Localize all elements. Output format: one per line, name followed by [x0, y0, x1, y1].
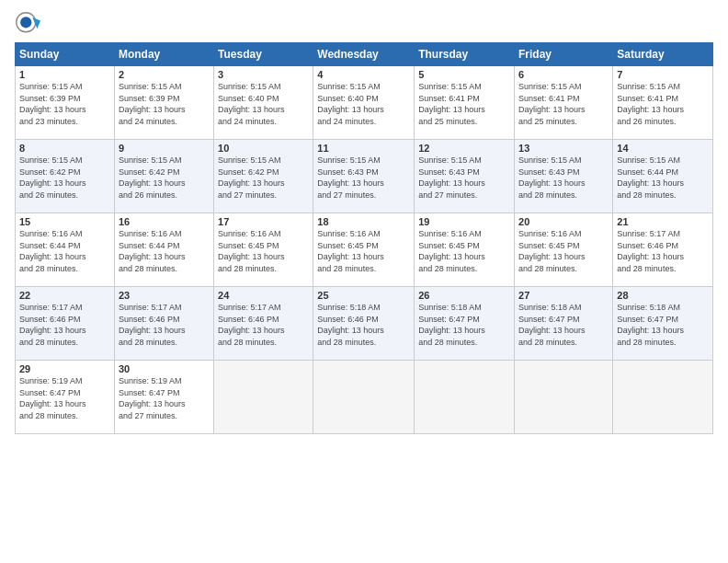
day-info: Sunrise: 5:17 AMSunset: 6:46 PMDaylight:… [19, 302, 110, 348]
day-number: 17 [218, 216, 309, 227]
calendar-header-row: Sunday Monday Tuesday Wednesday Thursday… [16, 43, 713, 66]
day-number: 24 [218, 290, 309, 301]
day-number: 14 [617, 143, 709, 154]
calendar-cell: 22 Sunrise: 5:17 AMSunset: 6:46 PMDaylig… [16, 287, 115, 361]
calendar-cell: 15 Sunrise: 5:16 AMSunset: 6:44 PMDaylig… [16, 213, 115, 287]
day-info: Sunrise: 5:17 AMSunset: 6:46 PMDaylight:… [218, 302, 309, 348]
calendar-cell: 10 Sunrise: 5:15 AMSunset: 6:42 PMDaylig… [214, 140, 313, 213]
calendar-cell: 17 Sunrise: 5:16 AMSunset: 6:45 PMDaylig… [214, 213, 313, 287]
day-number: 6 [518, 69, 609, 80]
day-number: 22 [19, 290, 110, 301]
col-tuesday: Tuesday [214, 43, 313, 66]
calendar-cell: 24 Sunrise: 5:17 AMSunset: 6:46 PMDaylig… [214, 287, 313, 361]
calendar-cell: 21 Sunrise: 5:17 AMSunset: 6:46 PMDaylig… [613, 213, 713, 287]
day-number: 19 [418, 216, 510, 227]
day-info: Sunrise: 5:15 AMSunset: 6:42 PMDaylight:… [218, 155, 309, 201]
day-info: Sunrise: 5:15 AMSunset: 6:40 PMDaylight:… [218, 81, 309, 127]
day-number: 15 [19, 216, 110, 227]
calendar-cell: 18 Sunrise: 5:16 AMSunset: 6:45 PMDaylig… [313, 213, 415, 287]
calendar-cell: 7 Sunrise: 5:15 AMSunset: 6:41 PMDayligh… [613, 66, 713, 140]
day-number: 10 [218, 143, 309, 154]
day-info: Sunrise: 5:15 AMSunset: 6:40 PMDaylight:… [317, 81, 410, 127]
day-number: 4 [317, 69, 410, 80]
calendar-week-row: 22 Sunrise: 5:17 AMSunset: 6:46 PMDaylig… [16, 287, 713, 361]
calendar-cell: 25 Sunrise: 5:18 AMSunset: 6:46 PMDaylig… [313, 287, 415, 361]
calendar-cell: 8 Sunrise: 5:15 AMSunset: 6:42 PMDayligh… [16, 140, 115, 213]
day-info: Sunrise: 5:16 AMSunset: 6:44 PMDaylight:… [119, 228, 210, 274]
day-number: 26 [418, 290, 510, 301]
day-info: Sunrise: 5:18 AMSunset: 6:47 PMDaylight:… [617, 302, 709, 348]
day-number: 2 [119, 69, 210, 80]
calendar-cell: 20 Sunrise: 5:16 AMSunset: 6:45 PMDaylig… [515, 213, 613, 287]
calendar-cell: 12 Sunrise: 5:15 AMSunset: 6:43 PMDaylig… [415, 140, 515, 213]
day-info: Sunrise: 5:15 AMSunset: 6:41 PMDaylight:… [518, 81, 609, 127]
col-friday: Friday [515, 43, 613, 66]
calendar-cell [313, 361, 415, 434]
calendar-week-row: 15 Sunrise: 5:16 AMSunset: 6:44 PMDaylig… [16, 213, 713, 287]
day-info: Sunrise: 5:15 AMSunset: 6:43 PMDaylight:… [418, 155, 510, 201]
svg-point-1 [20, 17, 31, 28]
calendar-cell: 9 Sunrise: 5:15 AMSunset: 6:42 PMDayligh… [114, 140, 213, 213]
logo [15, 11, 44, 37]
day-number: 13 [518, 143, 609, 154]
calendar-cell [515, 361, 613, 434]
day-info: Sunrise: 5:15 AMSunset: 6:41 PMDaylight:… [617, 81, 709, 127]
day-number: 3 [218, 69, 309, 80]
calendar-cell [613, 361, 713, 434]
col-sunday: Sunday [16, 43, 115, 66]
calendar-cell: 13 Sunrise: 5:15 AMSunset: 6:43 PMDaylig… [515, 140, 613, 213]
day-info: Sunrise: 5:18 AMSunset: 6:46 PMDaylight:… [317, 302, 410, 348]
day-info: Sunrise: 5:19 AMSunset: 6:47 PMDaylight:… [19, 375, 110, 421]
calendar-cell: 1 Sunrise: 5:15 AMSunset: 6:39 PMDayligh… [16, 66, 115, 140]
calendar-week-row: 1 Sunrise: 5:15 AMSunset: 6:39 PMDayligh… [16, 66, 713, 140]
day-number: 21 [617, 216, 709, 227]
day-info: Sunrise: 5:15 AMSunset: 6:42 PMDaylight:… [19, 155, 110, 201]
day-info: Sunrise: 5:15 AMSunset: 6:39 PMDaylight:… [119, 81, 210, 127]
calendar-cell: 6 Sunrise: 5:15 AMSunset: 6:41 PMDayligh… [515, 66, 613, 140]
day-number: 9 [119, 143, 210, 154]
day-number: 11 [317, 143, 410, 154]
day-info: Sunrise: 5:17 AMSunset: 6:46 PMDaylight:… [617, 228, 709, 274]
day-info: Sunrise: 5:15 AMSunset: 6:41 PMDaylight:… [418, 81, 510, 127]
day-number: 28 [617, 290, 709, 301]
svg-marker-2 [32, 17, 40, 29]
day-number: 1 [19, 69, 110, 80]
day-number: 20 [518, 216, 609, 227]
day-number: 23 [119, 290, 210, 301]
calendar-cell [415, 361, 515, 434]
day-number: 27 [518, 290, 609, 301]
day-info: Sunrise: 5:19 AMSunset: 6:47 PMDaylight:… [119, 375, 210, 421]
calendar-cell: 2 Sunrise: 5:15 AMSunset: 6:39 PMDayligh… [114, 66, 213, 140]
day-info: Sunrise: 5:16 AMSunset: 6:44 PMDaylight:… [19, 228, 110, 274]
day-info: Sunrise: 5:15 AMSunset: 6:39 PMDaylight:… [19, 81, 110, 127]
day-info: Sunrise: 5:15 AMSunset: 6:43 PMDaylight:… [518, 155, 609, 201]
calendar-cell: 23 Sunrise: 5:17 AMSunset: 6:46 PMDaylig… [114, 287, 213, 361]
day-info: Sunrise: 5:15 AMSunset: 6:44 PMDaylight:… [617, 155, 709, 201]
day-info: Sunrise: 5:16 AMSunset: 6:45 PMDaylight:… [218, 228, 309, 274]
day-info: Sunrise: 5:18 AMSunset: 6:47 PMDaylight:… [518, 302, 609, 348]
day-info: Sunrise: 5:16 AMSunset: 6:45 PMDaylight:… [518, 228, 609, 274]
day-info: Sunrise: 5:17 AMSunset: 6:46 PMDaylight:… [119, 302, 210, 348]
col-saturday: Saturday [613, 43, 713, 66]
calendar-cell: 14 Sunrise: 5:15 AMSunset: 6:44 PMDaylig… [613, 140, 713, 213]
calendar-cell: 28 Sunrise: 5:18 AMSunset: 6:47 PMDaylig… [613, 287, 713, 361]
calendar: Sunday Monday Tuesday Wednesday Thursday… [15, 42, 713, 434]
calendar-cell: 30 Sunrise: 5:19 AMSunset: 6:47 PMDaylig… [114, 361, 213, 434]
day-number: 30 [119, 363, 210, 374]
calendar-cell: 16 Sunrise: 5:16 AMSunset: 6:44 PMDaylig… [114, 213, 213, 287]
day-number: 12 [418, 143, 510, 154]
calendar-cell: 29 Sunrise: 5:19 AMSunset: 6:47 PMDaylig… [16, 361, 115, 434]
day-info: Sunrise: 5:16 AMSunset: 6:45 PMDaylight:… [418, 228, 510, 274]
day-number: 18 [317, 216, 410, 227]
calendar-week-row: 8 Sunrise: 5:15 AMSunset: 6:42 PMDayligh… [16, 140, 713, 213]
col-wednesday: Wednesday [313, 43, 415, 66]
calendar-cell [214, 361, 313, 434]
calendar-cell: 5 Sunrise: 5:15 AMSunset: 6:41 PMDayligh… [415, 66, 515, 140]
day-number: 7 [617, 69, 709, 80]
calendar-cell: 19 Sunrise: 5:16 AMSunset: 6:45 PMDaylig… [415, 213, 515, 287]
calendar-cell: 27 Sunrise: 5:18 AMSunset: 6:47 PMDaylig… [515, 287, 613, 361]
calendar-week-row: 29 Sunrise: 5:19 AMSunset: 6:47 PMDaylig… [16, 361, 713, 434]
calendar-cell: 4 Sunrise: 5:15 AMSunset: 6:40 PMDayligh… [313, 66, 415, 140]
day-number: 5 [418, 69, 510, 80]
day-info: Sunrise: 5:16 AMSunset: 6:45 PMDaylight:… [317, 228, 410, 274]
